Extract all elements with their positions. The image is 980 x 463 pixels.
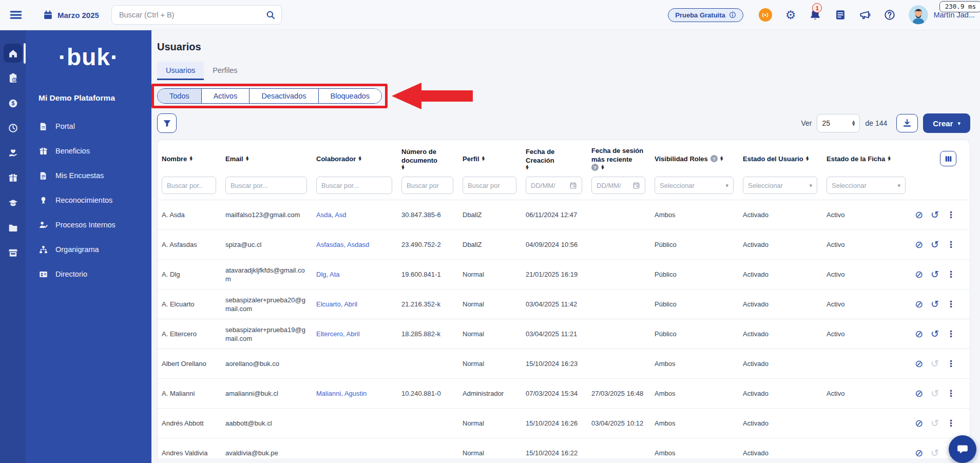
row-menu-icon[interactable]: ⋮ — [947, 270, 955, 279]
cell-colaborador[interactable]: Asda, Asd — [312, 210, 397, 219]
sidebar-item-procesos-internos[interactable]: Procesos Internos — [26, 213, 151, 237]
cell-colaborador[interactable]: Malianni, Agustin — [312, 389, 397, 398]
rail-item-store[interactable] — [0, 240, 26, 265]
rail-item-gift[interactable] — [0, 166, 26, 191]
select-filter[interactable]: Seleccionar▾ — [827, 177, 906, 194]
column-search-input[interactable]: Buscar por... — [316, 177, 392, 194]
column-header-email[interactable]: Email▲▼ — [221, 155, 312, 163]
rail-item-home[interactable] — [0, 41, 26, 66]
reset-icon[interactable]: ↺ — [931, 240, 939, 249]
reset-icon[interactable]: ↺ — [931, 359, 939, 369]
reset-icon[interactable]: ↺ — [931, 269, 939, 279]
deactivate-user-icon[interactable]: ⊘ — [915, 359, 923, 369]
settings-button[interactable]: ⚙ — [785, 9, 796, 21]
date-filter-input[interactable]: DD/MM/ — [526, 177, 582, 194]
menu-icon[interactable] — [9, 8, 23, 22]
column-header-visibilidad-roles[interactable]: Visibilidad Roles?▲▼ — [650, 155, 739, 163]
reset-icon[interactable]: ↺ — [931, 299, 939, 309]
column-search-input[interactable]: Buscar por — [401, 177, 453, 194]
sidebar-item-portal[interactable]: Portal — [26, 114, 151, 139]
column-header-perfil[interactable]: Perfil▲▼ — [458, 155, 522, 163]
help-button[interactable] — [884, 9, 895, 21]
date-filter-input[interactable]: DD/MM/ — [591, 177, 645, 194]
page-size-select[interactable]: 25 ▲▼ — [817, 114, 860, 132]
deactivate-user-icon[interactable]: ⊘ — [915, 240, 923, 249]
column-settings-button[interactable] — [940, 151, 956, 166]
row-menu-icon[interactable]: ⋮ — [947, 389, 955, 398]
topbar: Marzo 2025 Prueba Gratuita ⚙ 1 Martín Ja… — [0, 0, 980, 30]
reset-icon[interactable]: ↺ — [931, 329, 939, 339]
sidebar-item-reconocimientos[interactable]: Reconocimientos — [26, 188, 151, 213]
rail-item-payments[interactable]: $ — [0, 91, 26, 116]
help-icon[interactable]: ? — [710, 155, 718, 162]
rail-item-clock[interactable] — [0, 116, 26, 141]
search-icon[interactable] — [266, 10, 275, 20]
trial-badge[interactable]: Prueba Gratuita — [668, 8, 743, 22]
rail-item-folder[interactable] — [0, 216, 26, 241]
period-selector[interactable]: Marzo 2025 — [43, 10, 99, 20]
reset-icon[interactable]: ↺ — [931, 210, 939, 220]
select-filter[interactable]: Seleccionar▾ — [743, 177, 817, 194]
column-header-fecha-de-sesi-n-m-s-reciente[interactable]: Fecha de sesión más reciente?▲▼ — [587, 146, 650, 171]
buk-logo[interactable]: ·buk· — [26, 43, 151, 71]
row-menu-icon[interactable]: ⋮ — [947, 359, 955, 368]
status-filter-bloqueados[interactable]: Bloqueados — [318, 89, 382, 103]
cell-colaborador[interactable]: Elcuarto, Abril — [312, 300, 397, 308]
search-input[interactable] — [118, 10, 266, 20]
chat-button[interactable] — [949, 435, 976, 463]
column-search-input[interactable]: Buscar por — [463, 177, 516, 194]
sidebar-item-directorio[interactable]: Directorio — [26, 262, 151, 286]
deactivate-user-icon[interactable]: ⊘ — [915, 299, 923, 309]
select-filter[interactable]: Seleccionar▾ — [655, 177, 734, 194]
avatar[interactable] — [909, 5, 928, 25]
row-menu-icon[interactable]: ⋮ — [947, 210, 955, 219]
download-button[interactable] — [896, 114, 918, 132]
column-header-estado-del-usuario[interactable]: Estado del Usuario▲▼ — [739, 155, 822, 163]
reset-icon[interactable]: ↺ — [931, 418, 939, 428]
column-search-input[interactable]: Buscar por... — [225, 177, 307, 194]
advanced-filter-button[interactable] — [157, 113, 177, 133]
help-icon[interactable]: ? — [591, 164, 599, 171]
deactivate-user-icon[interactable]: ⊘ — [915, 418, 923, 428]
reset-icon[interactable]: ↺ — [931, 448, 939, 458]
deactivate-user-icon[interactable]: ⊘ — [915, 269, 923, 279]
row-menu-icon[interactable]: ⋮ — [947, 240, 955, 249]
cell-colaborador[interactable]: Eltercero, Abril — [312, 330, 397, 338]
tab-perfiles[interactable]: Perfiles — [204, 62, 246, 80]
sidebar-item-organigrama[interactable]: Organigrama — [26, 237, 151, 262]
tab-usuarios[interactable]: Usuarios — [157, 62, 204, 80]
column-header-colaborador[interactable]: Colaborador▲▼ — [312, 155, 397, 163]
global-search[interactable] — [111, 5, 282, 25]
column-search-input[interactable]: Buscar por.. — [162, 177, 216, 194]
sidebar-item-mis-encuestas[interactable]: Mis Encuestas — [26, 163, 151, 188]
reset-icon[interactable]: ↺ — [931, 389, 939, 398]
rail-item-clipboard[interactable] — [0, 66, 26, 91]
row-menu-icon[interactable]: ⋮ — [947, 300, 955, 308]
create-button[interactable]: Crear ▾ — [923, 113, 970, 133]
notifications-button[interactable]: 1 — [809, 9, 821, 21]
column-header-nombre[interactable]: Nombre▲▼ — [158, 155, 221, 163]
status-filter-activos[interactable]: Activos — [201, 89, 249, 103]
status-filter-desactivados[interactable]: Desactivados — [249, 89, 318, 103]
rail-item-graduation[interactable] — [0, 190, 26, 216]
column-header-n-mero-de-documento[interactable]: Número de documento▲▼ — [397, 147, 458, 170]
cell-colaborador[interactable]: Dlg, Ata — [312, 270, 397, 279]
sidebar-item-beneficios[interactable]: Beneficios — [26, 139, 151, 163]
cell-email: sebaspizaler+prueba19@gmail.com — [221, 325, 312, 343]
row-menu-icon[interactable]: ⋮ — [947, 330, 955, 338]
cell-colaborador[interactable]: Asfasdas, Asdasd — [312, 240, 397, 249]
deactivate-user-icon[interactable]: ⊘ — [915, 389, 923, 398]
announcements-button[interactable] — [859, 9, 871, 21]
column-header-fecha-de-creaci-n[interactable]: Fecha de Creación▲▼ — [522, 147, 587, 170]
changelog-button[interactable] — [835, 9, 846, 21]
deactivate-user-icon[interactable]: ⊘ — [915, 448, 923, 458]
table-row: Albert Orellanoaorellano@buk.coNormal15/… — [158, 349, 970, 378]
recording-button[interactable] — [759, 8, 772, 22]
deactivate-user-icon[interactable]: ⊘ — [915, 210, 923, 220]
status-filter-todos[interactable]: Todos — [158, 89, 201, 103]
rail-item-hand-heart[interactable] — [0, 141, 26, 166]
row-menu-icon[interactable]: ⋮ — [947, 419, 955, 428]
deactivate-user-icon[interactable]: ⊘ — [915, 329, 923, 339]
column-header-estado-de-la-ficha[interactable]: Estado de la Ficha▲▼ — [822, 155, 911, 163]
cell-estado-usuario: Activado — [739, 449, 822, 457]
